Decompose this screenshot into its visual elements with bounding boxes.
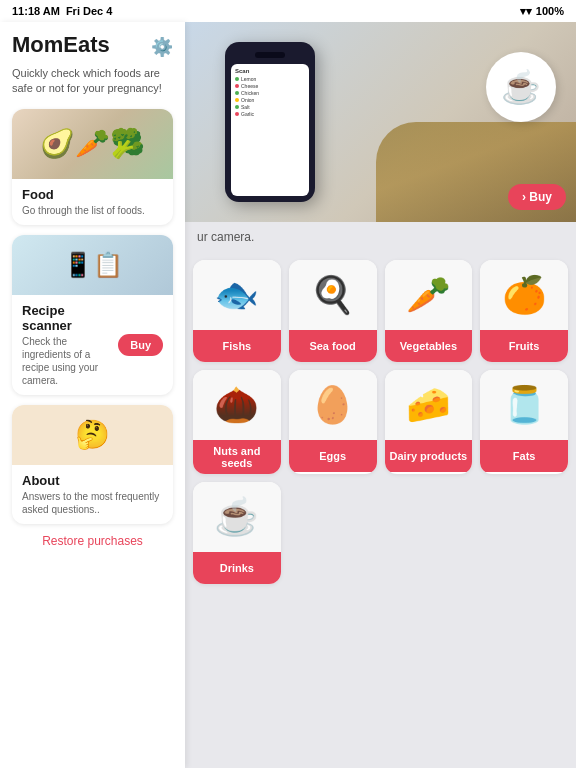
phone-list-item-6: Garlic — [235, 111, 305, 117]
battery: 100% — [536, 5, 564, 17]
phone-list-item-1: Lemon — [235, 76, 305, 82]
phone-list-item-5: Salt — [235, 104, 305, 110]
food-card-body: Food Go through the list of foods. — [12, 179, 173, 225]
phone-screen: Scan Lemon Cheese Chicken Onion Salt Gar… — [231, 64, 309, 196]
phone-scan-label: Scan — [235, 68, 305, 74]
food-card-dairy[interactable]: 🧀 Dairy products — [385, 370, 473, 474]
food-label-fish: Fishs — [193, 330, 281, 362]
food-icon-eggs: 🥚 — [289, 370, 377, 440]
food-icon-fish: 🐟 — [193, 260, 281, 330]
food-card-desc: Go through the list of foods. — [22, 204, 163, 217]
food-icon-dairy: 🧀 — [385, 370, 473, 440]
food-label-eggs: Eggs — [289, 440, 377, 472]
food-icon-fats: 🫙 — [480, 370, 568, 440]
food-card-eggs[interactable]: 🥚 Eggs — [289, 370, 377, 474]
phone-notch — [255, 52, 285, 58]
food-label-vegetables: Vegetables — [385, 330, 473, 362]
sidebar-card-scanner[interactable]: 📱📋 Recipe scanner Check the ingredients … — [12, 235, 173, 395]
status-right: ▾▾ 100% — [520, 5, 564, 18]
food-card-seafood[interactable]: 🍳 Sea food — [289, 260, 377, 362]
food-card-fruits[interactable]: 🍊 Fruits — [480, 260, 568, 362]
food-grid: 🐟 Fishs 🍳 Sea food 🥕 Vegetables 🍊 Fruits… — [185, 252, 576, 482]
food-label-fats: Fats — [480, 440, 568, 472]
phone-list-item-3: Chicken — [235, 90, 305, 96]
scanner-card-row: Recipe scanner Check the ingredients of … — [22, 303, 163, 387]
food-label-dairy: Dairy products — [385, 440, 473, 472]
status-left: 11:18 AM Fri Dec 4 — [12, 5, 112, 17]
food-label-fruits: Fruits — [480, 330, 568, 362]
app-title: MomEats — [12, 32, 110, 58]
food-label-seafood: Sea food — [289, 330, 377, 362]
about-card-desc: Answers to the most frequently asked que… — [22, 490, 163, 516]
scanner-card-image: 📱📋 — [12, 235, 173, 295]
camera-text: ur camera. — [185, 222, 576, 252]
food-card-image: 🥑🥕🥦 — [12, 109, 173, 179]
phone-list-item-2: Cheese — [235, 83, 305, 89]
buy-floating-button[interactable]: › Buy — [508, 184, 566, 210]
phone-list-item-4: Onion — [235, 97, 305, 103]
date: Fri Dec 4 — [66, 5, 112, 17]
scanner-buy-button[interactable]: Buy — [118, 334, 163, 356]
sidebar-subtitle: Quickly check which foods are safe or no… — [12, 66, 173, 97]
food-grid-bottom: ☕ Drinks — [185, 482, 576, 604]
status-bar: 11:18 AM Fri Dec 4 ▾▾ 100% — [0, 0, 576, 22]
food-card-fish[interactable]: 🐟 Fishs — [193, 260, 281, 362]
banner-cup: ☕ — [486, 52, 556, 122]
food-label-drinks: Drinks — [193, 552, 281, 584]
food-icon-fruits: 🍊 — [480, 260, 568, 330]
restore-purchases-link[interactable]: Restore purchases — [12, 534, 173, 548]
about-card-body: About Answers to the most frequently ask… — [12, 465, 173, 524]
wifi-icon: ▾▾ — [520, 5, 532, 18]
banner: Scan Lemon Cheese Chicken Onion Salt Gar… — [185, 22, 576, 222]
app-layout: MomEats ⚙️ Quickly check which foods are… — [0, 22, 576, 768]
scanner-card-text: Recipe scanner Check the ingredients of … — [22, 303, 114, 387]
food-icon-drinks: ☕ — [193, 482, 281, 552]
food-label-nuts: Nuts and seeds — [193, 440, 281, 474]
sidebar: MomEats ⚙️ Quickly check which foods are… — [0, 22, 185, 768]
food-icon-nuts: 🌰 — [193, 370, 281, 440]
food-card-fats[interactable]: 🫙 Fats — [480, 370, 568, 474]
banner-phone-mockup: Scan Lemon Cheese Chicken Onion Salt Gar… — [225, 42, 315, 202]
food-card-drinks[interactable]: ☕ Drinks — [193, 482, 281, 584]
scanner-card-body: Recipe scanner Check the ingredients of … — [12, 295, 173, 395]
scanner-card-title: Recipe scanner — [22, 303, 114, 333]
food-card-vegetables[interactable]: 🥕 Vegetables — [385, 260, 473, 362]
food-icon-seafood: 🍳 — [289, 260, 377, 330]
food-icon-vegetables: 🥕 — [385, 260, 473, 330]
about-card-title: About — [22, 473, 163, 488]
food-card-title: Food — [22, 187, 163, 202]
gear-icon[interactable]: ⚙️ — [151, 36, 173, 58]
sidebar-card-about[interactable]: 🤔 About Answers to the most frequently a… — [12, 405, 173, 524]
about-card-image: 🤔 — [12, 405, 173, 465]
main-content: The risks Scan Lemon Cheese Chicken Onio… — [185, 22, 576, 768]
time: 11:18 AM — [12, 5, 60, 17]
scanner-card-desc: Check the ingredients of a recipe using … — [22, 335, 114, 387]
food-card-nuts[interactable]: 🌰 Nuts and seeds — [193, 370, 281, 474]
sidebar-card-food[interactable]: 🥑🥕🥦 Food Go through the list of foods. — [12, 109, 173, 225]
